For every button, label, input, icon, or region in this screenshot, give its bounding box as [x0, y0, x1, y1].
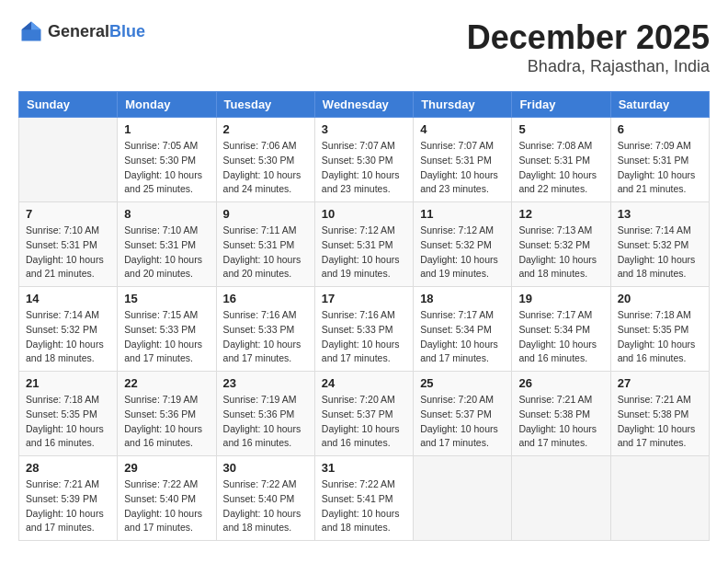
calendar-cell: 13Sunrise: 7:14 AM Sunset: 5:32 PM Dayli…: [610, 202, 709, 287]
day-number: 8: [124, 207, 209, 221]
day-number: 29: [124, 461, 209, 475]
calendar-cell: 14Sunrise: 7:14 AM Sunset: 5:32 PM Dayli…: [19, 287, 118, 372]
day-info: Sunrise: 7:16 AM Sunset: 5:33 PM Dayligh…: [322, 308, 406, 366]
calendar-cell: [610, 456, 709, 541]
calendar-cell: 29Sunrise: 7:22 AM Sunset: 5:40 PM Dayli…: [118, 456, 216, 541]
day-info: Sunrise: 7:10 AM Sunset: 5:31 PM Dayligh…: [26, 224, 110, 282]
calendar-cell: 30Sunrise: 7:22 AM Sunset: 5:40 PM Dayli…: [216, 456, 314, 541]
calendar-week-row: 21Sunrise: 7:18 AM Sunset: 5:35 PM Dayli…: [19, 372, 710, 456]
day-number: 7: [26, 207, 110, 221]
day-info: Sunrise: 7:20 AM Sunset: 5:37 PM Dayligh…: [322, 393, 406, 451]
day-number: 25: [420, 376, 505, 390]
day-info: Sunrise: 7:20 AM Sunset: 5:37 PM Dayligh…: [420, 393, 505, 451]
calendar-week-row: 7Sunrise: 7:10 AM Sunset: 5:31 PM Daylig…: [19, 202, 710, 287]
day-info: Sunrise: 7:12 AM Sunset: 5:31 PM Dayligh…: [322, 224, 406, 282]
calendar-cell: 12Sunrise: 7:13 AM Sunset: 5:32 PM Dayli…: [512, 202, 610, 287]
weekday-header-tuesday: Tuesday: [216, 92, 314, 118]
location-subtitle: Bhadra, Rajasthan, India: [467, 57, 710, 76]
calendar-cell: 3Sunrise: 7:07 AM Sunset: 5:30 PM Daylig…: [314, 118, 413, 202]
day-info: Sunrise: 7:11 AM Sunset: 5:31 PM Dayligh…: [223, 224, 308, 282]
day-number: 28: [26, 461, 110, 475]
weekday-header-thursday: Thursday: [414, 92, 512, 118]
calendar-cell: 2Sunrise: 7:06 AM Sunset: 5:30 PM Daylig…: [216, 118, 314, 202]
day-info: Sunrise: 7:13 AM Sunset: 5:32 PM Dayligh…: [518, 224, 603, 282]
day-info: Sunrise: 7:14 AM Sunset: 5:32 PM Dayligh…: [26, 308, 110, 366]
day-number: 18: [420, 292, 505, 305]
calendar-cell: 25Sunrise: 7:20 AM Sunset: 5:37 PM Dayli…: [414, 372, 512, 456]
day-info: Sunrise: 7:07 AM Sunset: 5:30 PM Dayligh…: [322, 139, 406, 197]
day-number: 16: [223, 292, 308, 305]
day-info: Sunrise: 7:21 AM Sunset: 5:38 PM Dayligh…: [518, 393, 603, 451]
day-info: Sunrise: 7:06 AM Sunset: 5:30 PM Dayligh…: [223, 139, 308, 197]
calendar-week-row: 1Sunrise: 7:05 AM Sunset: 5:30 PM Daylig…: [19, 118, 710, 202]
day-number: 6: [618, 122, 702, 136]
weekday-header-monday: Monday: [118, 92, 216, 118]
calendar-table: SundayMondayTuesdayWednesdayThursdayFrid…: [18, 91, 710, 541]
svg-marker-1: [31, 22, 41, 30]
day-info: Sunrise: 7:18 AM Sunset: 5:35 PM Dayligh…: [618, 308, 702, 366]
day-number: 1: [124, 122, 209, 136]
day-info: Sunrise: 7:22 AM Sunset: 5:41 PM Dayligh…: [322, 477, 406, 535]
day-number: 3: [322, 122, 406, 136]
day-info: Sunrise: 7:18 AM Sunset: 5:35 PM Dayligh…: [26, 393, 110, 451]
calendar-cell: 1Sunrise: 7:05 AM Sunset: 5:30 PM Daylig…: [118, 118, 216, 202]
day-info: Sunrise: 7:17 AM Sunset: 5:34 PM Dayligh…: [518, 308, 603, 366]
day-number: 2: [223, 122, 308, 136]
calendar-cell: 24Sunrise: 7:20 AM Sunset: 5:37 PM Dayli…: [314, 372, 413, 456]
day-number: 23: [223, 376, 308, 390]
calendar-cell: 28Sunrise: 7:21 AM Sunset: 5:39 PM Dayli…: [19, 456, 118, 541]
calendar-cell: 22Sunrise: 7:19 AM Sunset: 5:36 PM Dayli…: [118, 372, 216, 456]
calendar-cell: 11Sunrise: 7:12 AM Sunset: 5:32 PM Dayli…: [414, 202, 512, 287]
weekday-header-friday: Friday: [512, 92, 610, 118]
logo-blue: Blue: [109, 22, 145, 40]
calendar-cell: 21Sunrise: 7:18 AM Sunset: 5:35 PM Dayli…: [19, 372, 118, 456]
day-info: Sunrise: 7:10 AM Sunset: 5:31 PM Dayligh…: [124, 224, 209, 282]
day-info: Sunrise: 7:16 AM Sunset: 5:33 PM Dayligh…: [223, 308, 308, 366]
svg-marker-2: [22, 22, 32, 30]
day-number: 30: [223, 461, 308, 475]
day-number: 13: [618, 207, 702, 221]
calendar-cell: 20Sunrise: 7:18 AM Sunset: 5:35 PM Dayli…: [610, 287, 709, 372]
day-number: 11: [420, 207, 505, 221]
calendar-cell: [414, 456, 512, 541]
day-number: 19: [518, 292, 603, 305]
calendar-cell: 19Sunrise: 7:17 AM Sunset: 5:34 PM Dayli…: [512, 287, 610, 372]
month-year-title: December 2025: [467, 18, 710, 57]
calendar-cell: 7Sunrise: 7:10 AM Sunset: 5:31 PM Daylig…: [19, 202, 118, 287]
page-header: GeneralBlue December 2025 Bhadra, Rajast…: [18, 18, 710, 76]
logo-general: General: [48, 22, 109, 40]
calendar-cell: [512, 456, 610, 541]
logo-text: GeneralBlue: [48, 22, 145, 41]
calendar-cell: 27Sunrise: 7:21 AM Sunset: 5:38 PM Dayli…: [610, 372, 709, 456]
day-number: 22: [124, 376, 209, 390]
calendar-cell: 18Sunrise: 7:17 AM Sunset: 5:34 PM Dayli…: [414, 287, 512, 372]
day-number: 15: [124, 292, 209, 305]
day-info: Sunrise: 7:05 AM Sunset: 5:30 PM Dayligh…: [124, 139, 209, 197]
calendar-cell: 15Sunrise: 7:15 AM Sunset: 5:33 PM Dayli…: [118, 287, 216, 372]
calendar-header-row: SundayMondayTuesdayWednesdayThursdayFrid…: [19, 92, 710, 118]
day-info: Sunrise: 7:21 AM Sunset: 5:39 PM Dayligh…: [26, 477, 110, 535]
day-info: Sunrise: 7:17 AM Sunset: 5:34 PM Dayligh…: [420, 308, 505, 366]
day-info: Sunrise: 7:22 AM Sunset: 5:40 PM Dayligh…: [124, 477, 209, 535]
calendar-week-row: 14Sunrise: 7:14 AM Sunset: 5:32 PM Dayli…: [19, 287, 710, 372]
calendar-cell: 26Sunrise: 7:21 AM Sunset: 5:38 PM Dayli…: [512, 372, 610, 456]
day-number: 14: [26, 292, 110, 305]
day-number: 17: [322, 292, 406, 305]
calendar-week-row: 28Sunrise: 7:21 AM Sunset: 5:39 PM Dayli…: [19, 456, 710, 541]
day-info: Sunrise: 7:22 AM Sunset: 5:40 PM Dayligh…: [223, 477, 308, 535]
day-info: Sunrise: 7:07 AM Sunset: 5:31 PM Dayligh…: [420, 139, 505, 197]
calendar-cell: 9Sunrise: 7:11 AM Sunset: 5:31 PM Daylig…: [216, 202, 314, 287]
day-number: 27: [618, 376, 702, 390]
day-number: 4: [420, 122, 505, 136]
day-number: 31: [322, 461, 406, 475]
day-info: Sunrise: 7:12 AM Sunset: 5:32 PM Dayligh…: [420, 224, 505, 282]
day-number: 9: [223, 207, 308, 221]
day-info: Sunrise: 7:08 AM Sunset: 5:31 PM Dayligh…: [518, 139, 603, 197]
day-number: 26: [518, 376, 603, 390]
day-number: 5: [518, 122, 603, 136]
day-info: Sunrise: 7:15 AM Sunset: 5:33 PM Dayligh…: [124, 308, 209, 366]
calendar-cell: 10Sunrise: 7:12 AM Sunset: 5:31 PM Dayli…: [314, 202, 413, 287]
logo: GeneralBlue: [18, 18, 145, 44]
weekday-header-sunday: Sunday: [19, 92, 118, 118]
calendar-cell: 31Sunrise: 7:22 AM Sunset: 5:41 PM Dayli…: [314, 456, 413, 541]
